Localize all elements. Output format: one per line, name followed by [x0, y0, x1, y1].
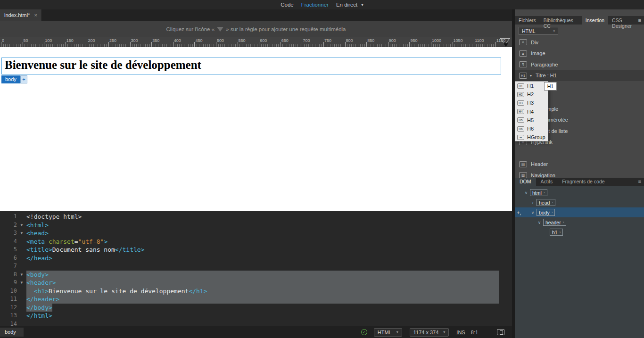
- code-line[interactable]: 6</head>: [0, 254, 512, 263]
- panel-tab-insertion[interactable]: Insertion: [582, 16, 608, 25]
- code-token: [26, 288, 34, 295]
- tag-tail-icon: ›: [552, 200, 553, 205]
- insert-item-titre-h1[interactable]: H1▾Titre : H1: [515, 70, 644, 82]
- insert-item-div[interactable]: ‹›Div: [515, 37, 644, 48]
- tag-selector[interactable]: body: [0, 328, 24, 337]
- insert-category-dropdown[interactable]: HTML ▾: [519, 27, 558, 35]
- code-fold-icon[interactable]: ▼: [17, 279, 26, 287]
- panel-tab-fichiers[interactable]: Fichiers: [515, 16, 540, 25]
- tag-badge-label[interactable]: body: [1, 75, 20, 83]
- design-view-canvas[interactable]: Bienvenue sur le site de développement b…: [0, 47, 512, 211]
- horizontal-ruler[interactable]: 0501001502002503003504004505005506006507…: [0, 37, 512, 47]
- code-token: </h1>: [189, 288, 207, 295]
- ruler-label: 400: [174, 38, 181, 43]
- heading-option-h5[interactable]: H5H5: [515, 116, 548, 124]
- add-node-button[interactable]: +,: [517, 210, 521, 215]
- ruler-label: 500: [217, 38, 224, 43]
- ruler-marker-icon[interactable]: [504, 43, 508, 47]
- line-number: 6: [0, 254, 17, 263]
- document-tab[interactable]: index.html* ×: [0, 9, 42, 21]
- dom-tree-row-body[interactable]: +,∨body›: [515, 207, 644, 217]
- insert-item-label: Navigation: [531, 173, 555, 178]
- chevron-open-icon[interactable]: ∨: [523, 190, 529, 195]
- selected-element-outline[interactable]: Bienvenue sur le site de développement: [1, 58, 501, 74]
- code-line[interactable]: 12</body>: [0, 304, 512, 312]
- heading-option-h2[interactable]: H2H2: [515, 90, 548, 99]
- fold-gutter: [17, 254, 26, 263]
- code-token: >: [104, 238, 107, 245]
- expander-icon[interactable]: ▾: [530, 74, 532, 78]
- dom-panel-tab-fragments-de-code[interactable]: Fragments de code: [557, 178, 609, 186]
- close-tab-icon[interactable]: ×: [34, 12, 37, 18]
- line-number: 2: [0, 221, 17, 230]
- ruler-tick: [281, 42, 281, 47]
- media-query-funnel-icon: [217, 27, 223, 32]
- hint-text-before: Cliquez sur l'icône «: [166, 26, 215, 32]
- code-line[interactable]: 10 <h1>Bienvenue sur le site de développ…: [0, 287, 512, 296]
- h3-icon: H3: [517, 100, 524, 106]
- ruler-label: 0: [2, 38, 4, 43]
- code-fold-icon[interactable]: ▼: [17, 271, 26, 279]
- code-token: </html>: [26, 312, 52, 319]
- dom-tree-row-h1[interactable]: h1›: [515, 227, 644, 237]
- code-line[interactable]: 11</header>: [0, 295, 512, 304]
- heading-option-h4[interactable]: H4H4: [515, 107, 548, 116]
- insert-item-paragraphe[interactable]: ¶Paragraphe: [515, 59, 644, 70]
- add-element-button[interactable]: +: [20, 75, 27, 83]
- dom-tree-row-head[interactable]: ›head›: [515, 198, 644, 207]
- doctype-dropdown[interactable]: HTML ▾: [374, 328, 402, 337]
- code-line[interactable]: 5<title>Document sans nom</title>: [0, 246, 512, 254]
- chevron-down-icon: ▾: [443, 330, 445, 334]
- ruler-label: 750: [324, 38, 331, 43]
- code-editor[interactable]: 1<!doctype html>2▼<html>3▼<head>4<meta c…: [0, 211, 512, 326]
- code-line[interactable]: 8▼<body>: [0, 271, 512, 279]
- panel-tab-biblioth-ques-cc[interactable]: Bibliothèques CC: [540, 16, 582, 25]
- code-fold-icon[interactable]: ▼: [17, 229, 26, 238]
- h1-icon: H1: [517, 83, 524, 89]
- panel-menu-icon[interactable]: ≡: [638, 17, 641, 23]
- code-line[interactable]: 9▼<header>: [0, 279, 512, 287]
- chevron-open-icon[interactable]: ∨: [530, 210, 536, 215]
- code-token: </title>: [115, 246, 145, 253]
- chevron-down-icon: ▾: [396, 330, 398, 334]
- insert-item-image[interactable]: ▲Image: [515, 48, 644, 59]
- document-tab-title: index.html*: [4, 12, 30, 18]
- heading-option-label: H3: [527, 100, 534, 106]
- heading-option-h6[interactable]: H6H6: [515, 124, 548, 133]
- heading-option-hgroup[interactable]: ••HGroup: [515, 133, 548, 141]
- code-fold-icon[interactable]: ▼: [17, 221, 26, 230]
- chevron-closed-icon[interactable]: ›: [530, 200, 536, 205]
- dom-tree-row-header[interactable]: ∨header›: [515, 217, 644, 227]
- dom-panel-tab-dom[interactable]: DOM: [515, 178, 536, 186]
- dom-node-header[interactable]: header›: [543, 219, 566, 226]
- dom-node-h1[interactable]: h1›: [550, 229, 563, 236]
- dom-node-body[interactable]: body›: [537, 209, 555, 216]
- dom-node-head[interactable]: head›: [537, 199, 555, 206]
- chevron-open-icon[interactable]: ∨: [537, 220, 542, 225]
- dom-panel: DOMActifsFragments de code ≡ ∨html››head…: [515, 178, 644, 338]
- document-tab-bar: index.html* ×: [0, 9, 512, 21]
- view-mode-fractionner[interactable]: Fractionner: [301, 2, 329, 8]
- dom-tree-row-html[interactable]: ∨html›: [515, 188, 644, 198]
- code-line[interactable]: 13</html>: [0, 312, 512, 320]
- live-view-caret-icon[interactable]: ▾: [361, 2, 363, 7]
- window-size-dropdown[interactable]: 1174 x 374 ▾: [410, 328, 449, 337]
- heading-option-h1[interactable]: H1H1: [515, 82, 548, 90]
- device-preview-icon[interactable]: [497, 329, 504, 335]
- code-line[interactable]: 1<!doctype html>: [0, 213, 512, 221]
- code-line[interactable]: 4<meta charset="utf-8">: [0, 238, 512, 246]
- heading-option-h3[interactable]: H3H3: [515, 99, 548, 107]
- view-mode-en-direct[interactable]: En direct: [336, 2, 357, 8]
- dom-panel-menu-icon[interactable]: ≡: [638, 179, 641, 184]
- code-line[interactable]: 2▼<html>: [0, 221, 512, 230]
- dom-panel-tab-actifs[interactable]: Actifs: [536, 178, 558, 186]
- code-line[interactable]: 14: [0, 320, 512, 327]
- insert-item-header[interactable]: ▤Header: [515, 159, 644, 170]
- ruler-label: 300: [131, 38, 138, 43]
- page-heading[interactable]: Bienvenue sur le site de développement: [5, 58, 501, 72]
- code-line[interactable]: 3▼<head>: [0, 229, 512, 238]
- view-mode-code[interactable]: Code: [281, 2, 294, 8]
- code-line[interactable]: 7: [0, 262, 512, 271]
- ruler-tick: [66, 42, 66, 47]
- dom-node-html[interactable]: html›: [530, 189, 547, 196]
